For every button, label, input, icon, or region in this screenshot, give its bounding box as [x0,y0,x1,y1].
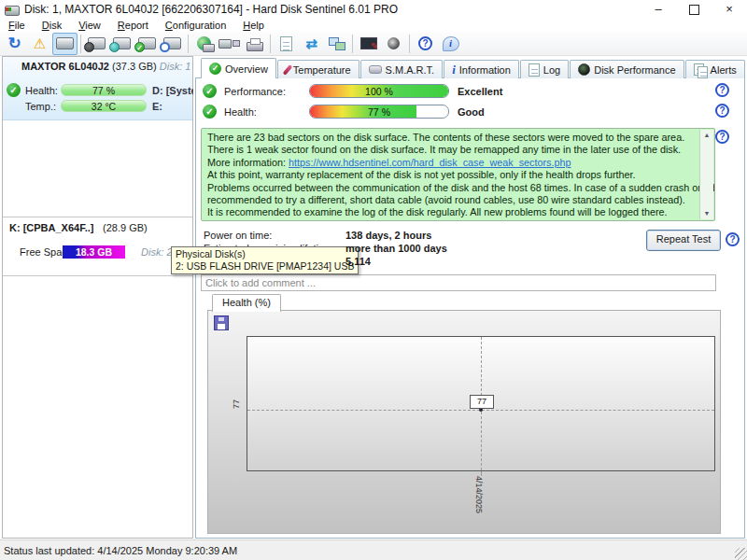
tab-label: Overview [225,63,268,75]
maximize-icon [689,5,699,15]
help-button[interactable]: ? [413,33,438,55]
gauge-icon [578,63,590,76]
status-text: Status last updated: 4/14/2025 Monday 9:… [4,545,237,556]
detect-disks-button[interactable] [191,33,217,55]
sync-icon: ⇄ [305,35,317,52]
printer-paper-icon [250,38,261,45]
tooltip-line2: 2: USB FLASH DRIVE [PMAP1234] USB [176,260,354,273]
repeat-test-button[interactable]: Repeat Test [646,230,721,251]
tab-alerts[interactable]: Alerts [685,60,745,78]
message-line: Problems occurred between the communicat… [207,182,696,194]
tab-smart[interactable]: S.M.A.R.T. [360,60,444,78]
refresh-button[interactable]: ↻ [2,33,27,55]
network-button[interactable] [324,33,349,55]
minimize-button[interactable]: – [641,0,676,19]
about-button[interactable]: i [438,33,463,55]
disk1-size: (37.3 GB) [112,61,157,72]
repeat-test-help-icon[interactable]: ? [726,232,740,246]
close-button[interactable]: × [712,0,747,19]
physical-disk-tooltip: Physical Disk(s) 2: USB FLASH DRIVE [PMA… [171,246,359,274]
disk-performance-button[interactable] [84,33,109,55]
message-line: There is 1 weak sector found on the disk… [207,144,696,156]
tab-temperature[interactable]: Temperature [277,60,359,78]
tab-disk-performance[interactable]: Disk Performance [570,60,684,78]
menu-configuration[interactable]: Configuration [157,20,234,31]
health-ok-icon: ✓ [203,105,217,119]
maximize-button[interactable] [676,0,712,19]
page-icon [698,66,708,78]
disk1-partition-d: D: [System Re [152,85,193,96]
message-line: At this point, warranty replacement of t… [207,169,696,181]
health-bar: 77 % [309,105,449,119]
health-chart-plot: 77 [247,336,715,471]
disk-list-item-1[interactable]: MAXTOR 6L040J2 (37.3 GB) Disk: 1 ✓ Healt… [3,57,192,120]
performance-rating: Excellent [458,86,502,97]
status-bar: Status last updated: 4/14/2025 Monday 9:… [0,539,747,560]
surface-test-button[interactable]: ✎ [356,33,381,55]
hard-disk-icon: ✓ [138,37,156,49]
menu-bar: File Disk View Report Configuration Help [0,19,747,32]
smart-icon [369,65,382,74]
problems-button[interactable]: ⚠ [27,33,52,55]
menu-report[interactable]: Report [109,20,157,31]
disk-search-button[interactable] [160,33,185,55]
message-link-prefix: More information: [207,157,289,168]
title-bar: Disk: 1, MAXTOR 6L040J2 [662206307164] -… [0,0,747,19]
disk-temperature-button[interactable] [109,33,134,55]
help-icon: ? [418,36,432,50]
health-rating: Good [458,106,485,118]
floppy-label [218,324,225,329]
health-bar-value: 77 % [310,105,448,119]
more-information-link[interactable]: https://www.hdsentinel.com/hard_disk_cas… [289,157,571,168]
resize-grip[interactable] [735,548,747,560]
mini-disk-icon [203,44,215,52]
disk-health-button[interactable]: ✓ [134,33,160,55]
toolbar-separator [80,35,81,53]
menu-file[interactable]: File [0,20,34,31]
magnifier-badge-icon [160,42,170,52]
tab-log[interactable]: Log [520,60,569,78]
chart-x-tick: 4/14/2025 [474,476,484,513]
hard-disk-icon [56,37,74,49]
disk1-partition-e: E: [152,101,162,112]
menu-help[interactable]: Help [234,20,273,31]
usb-disk-icon [218,39,232,49]
disk1-status-ok-icon: ✓ [7,83,21,97]
information-icon: i [452,63,456,77]
tab-label: Temperature [293,64,351,76]
app-icon-leds [6,7,11,11]
message-help-icon[interactable]: ? [715,130,729,144]
lifetime-value: more than 1000 days [345,243,447,254]
sound-settings-button[interactable] [381,33,406,55]
tab-label: Information [459,64,511,76]
report-page-icon [280,36,292,51]
health-help-icon[interactable]: ? [715,104,729,118]
menu-disk[interactable]: Disk [34,20,70,31]
speaker-icon [388,37,400,49]
message-line: More information: https://www.hdsentinel… [207,157,696,169]
chart-tab-health[interactable]: Health (%) [212,294,281,312]
message-line: recommended to try a different, short da… [207,194,696,206]
report-button[interactable] [274,33,299,55]
disk2-free-space-bar: 18.3 GB [63,245,125,259]
check-badge-icon: ✓ [134,42,145,52]
tab-overview[interactable]: ✓Overview [201,58,276,78]
sync-button[interactable]: ⇄ [299,33,324,55]
disk-overview-button[interactable] [52,33,78,55]
usb-disk-button[interactable] [217,33,242,55]
disk-list-item-2[interactable]: K: [CPBA_X64F..] (28.9 GB) Free Space 18… [3,217,192,276]
info-icon: i [443,36,459,51]
comment-input[interactable] [201,274,716,291]
save-chart-button[interactable] [214,315,229,330]
message-scrollbar[interactable]: ▲ ▼ [699,130,713,219]
disk2-number: Disk: 2 [141,246,173,258]
menu-view[interactable]: View [70,20,109,31]
window-controls: – × [641,0,747,19]
network-computers-icon [329,36,345,51]
tab-information[interactable]: iInformation [444,60,519,78]
scroll-down-icon[interactable]: ▼ [704,210,711,217]
disk1-name: MAXTOR 6L040J2 [21,61,109,72]
performance-help-icon[interactable]: ? [715,83,729,97]
print-button[interactable] [242,33,267,55]
scroll-up-icon[interactable]: ▲ [704,132,711,139]
